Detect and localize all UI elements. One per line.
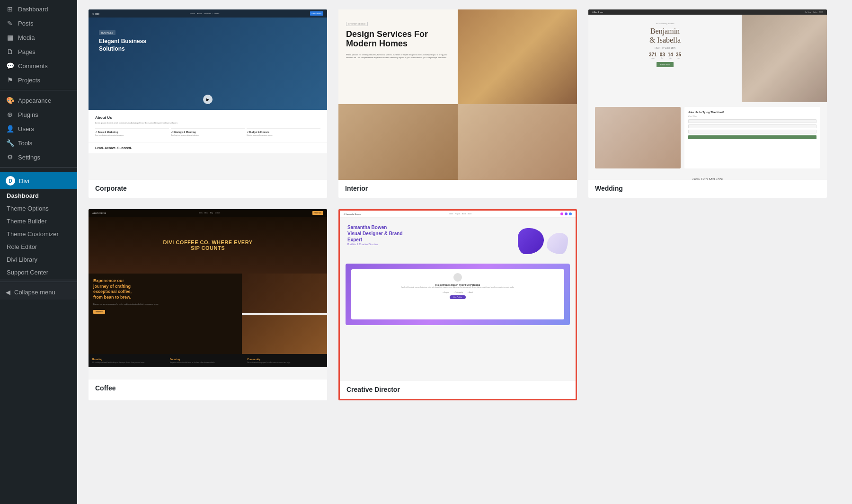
sidebar-item-label: Projects [18,77,40,84]
sidebar-item-comments[interactable]: 💬 Comments [0,59,77,73]
divi-section: D Divi Dashboard Theme Options Theme Bui… [0,172,77,300]
interior-hero: INTERIOR DESIGN Design Services ForModer… [338,9,577,104]
sidebar-item-label: Appearance [18,97,51,104]
sidebar-item-tools[interactable]: 🔧 Tools [0,136,77,150]
theme-preview-coffee: ⊙ DIVI COFFEE MenuAboutBlogContact Order… [89,209,327,380]
theme-preview-creative: ⊙ Samantha Bowen Home Projects About Bra… [340,211,576,381]
sidebar-item-media[interactable]: ▦ Media [0,30,77,44]
pages-icon: 🗋 [6,48,14,55]
theme-card-creative-director[interactable]: ⊙ Samantha Bowen Home Projects About Bra… [338,209,577,400]
divi-submenu-item-theme-options[interactable]: Theme Options [0,202,77,215]
coffee-bar: ⊙ DIVI COFFEE MenuAboutBlogContact Order… [89,209,327,217]
divi-submenu-item-theme-builder[interactable]: Theme Builder [0,215,77,228]
theme-preview-wedding: ⊙ Ben & Izzy Our StoryGalleryRSVP We're … [588,9,827,180]
theme-preview-interior: INTERIOR DESIGN Design Services ForModer… [338,9,577,180]
settings-icon: ⚙ [6,153,14,161]
sidebar-item-label: Posts [18,20,34,27]
divi-submenu-item-theme-customizer[interactable]: Theme Customizer [0,228,77,240]
coffee-hero: DIVI COFFEE CO. WHERE EVERYSIP COUNTS [89,217,327,274]
theme-card-wedding[interactable]: ⊙ Ben & Izzy Our StoryGalleryRSVP We're … [588,9,827,198]
sidebar-item-plugins[interactable]: ⊕ Plugins [0,107,77,122]
dashboard-icon: ⊞ [6,5,14,13]
theme-preview-corporate: ⊙ logo HomeAboutServicesContact Get Star… [89,9,327,180]
sidebar-item-label: Media [18,34,35,41]
sidebar-divider-2 [0,167,77,168]
theme-card-interior[interactable]: INTERIOR DESIGN Design Services ForModer… [338,9,577,198]
sidebar-item-label: Plugins [18,111,38,118]
coffee-content-area: Experience ourjourney of craftingexcepti… [89,274,327,354]
sidebar-item-users[interactable]: 👤 Users [0,122,77,136]
corp-content: About Us Lorem ipsum dolor sit amet, con… [89,110,327,142]
collapse-menu-button[interactable]: ◀ Collapse menu [0,285,77,300]
theme-card-corporate[interactable]: ⊙ logo HomeAboutServicesContact Get Star… [89,9,327,198]
sidebar-item-label: Pages [18,48,36,55]
sidebar-item-settings[interactable]: ⚙ Settings [0,150,77,164]
sidebar-item-label: Settings [18,154,40,161]
wedding-caption: How Ben Met Izzy [588,173,827,180]
sidebar-item-appearance[interactable]: 🎨 Appearance [0,93,77,107]
sidebar-item-divi[interactable]: D Divi [0,172,77,189]
sidebar-divider-1 [0,90,77,90]
wedding-topbar: ⊙ Ben & Izzy Our StoryGalleryRSVP [588,9,827,15]
theme-label-wedding: Wedding [588,180,827,198]
sidebar-item-label: Users [18,125,34,133]
divi-submenu-item-dashboard[interactable]: Dashboard [0,189,77,202]
sidebar-main-nav: ⊞ Dashboard ✎ Posts ▦ Media 🗋 Pages 💬 Co… [0,0,77,172]
projects-icon: ⚑ [6,76,14,84]
collapse-icon: ◀ [6,289,10,296]
divi-submenu: Dashboard Theme Options Theme Builder Th… [0,189,77,279]
theme-label-coffee: Coffee [89,380,327,398]
wedding-bottom: Join Us In Tying The Knot! When / Where [588,102,827,173]
sidebar-item-projects[interactable]: ⚑ Projects [0,73,77,87]
sidebar-item-label: Dashboard [18,6,48,13]
sidebar-item-label: Comments [18,62,48,70]
theme-label-creative-director: Creative Director [340,381,576,399]
comments-icon: 💬 [6,62,14,70]
wedding-top: We're Getting Married Benjamin& Isabella… [588,15,827,102]
sidebar-item-label: Tools [18,140,32,147]
sidebar-item-posts[interactable]: ✎ Posts [0,16,77,30]
media-icon: ▦ [6,34,14,41]
themes-grid: ⊙ logo HomeAboutServicesContact Get Star… [89,9,827,400]
interior-bottom [338,104,577,180]
users-icon: 👤 [6,125,14,133]
corp-logo: ⊙ logo [92,12,99,15]
corp-play-icon: ▶ [203,95,213,104]
divi-submenu-item-support-center[interactable]: Support Center [0,266,77,279]
corp-cta: Get Started [310,11,323,16]
divi-submenu-item-divi-library[interactable]: Divi Library [0,253,77,266]
creative-hero: Samantha BowenVisual Designer & BrandExp… [340,218,576,261]
posts-icon: ✎ [6,19,14,27]
collapse-label: Collapse menu [14,289,55,296]
creative-bar: ⊙ Samantha Bowen Home Projects About Bra… [340,211,576,218]
theme-label-corporate: Corporate [89,180,327,198]
divi-logo-icon: D [6,176,15,186]
sidebar: ⊞ Dashboard ✎ Posts ▦ Media 🗋 Pages 💬 Co… [0,0,77,504]
theme-label-interior: Interior [338,180,577,198]
plugins-icon: ⊕ [6,111,14,118]
coffee-cards: Roasting We carefully roast each batch t… [89,354,327,367]
divi-submenu-item-role-editor[interactable]: Role Editor [0,240,77,253]
main-content: ⊙ logo HomeAboutServicesContact Get Star… [77,0,852,504]
creative-card: I Help Brands Reach Their Full Potential… [346,264,570,325]
tools-icon: 🔧 [6,139,14,147]
sidebar-item-label: Divi [19,177,29,185]
sidebar-item-dashboard[interactable]: ⊞ Dashboard [0,2,77,16]
corp-hero: BUSINESS Elegant BusinessSolutions ▶ [89,18,327,110]
sidebar-divider-3 [0,282,77,282]
theme-card-coffee[interactable]: ⊙ DIVI COFFEE MenuAboutBlogContact Order… [89,209,327,400]
appearance-icon: 🎨 [6,97,14,104]
sidebar-item-pages[interactable]: 🗋 Pages [0,44,77,59]
corp-nav: HomeAboutServicesContact [190,12,219,15]
